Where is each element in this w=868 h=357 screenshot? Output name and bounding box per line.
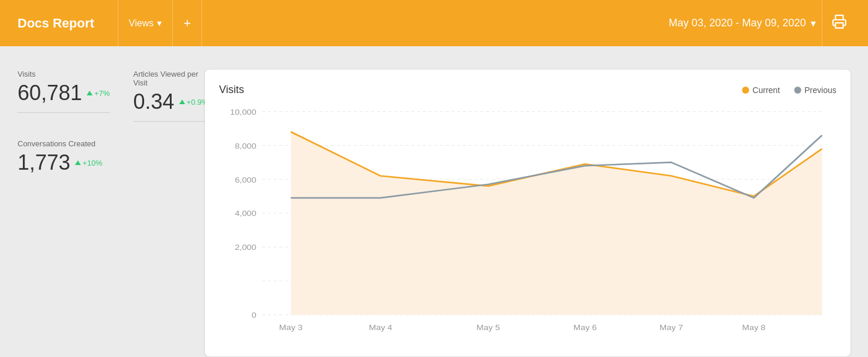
conversations-up-icon — [75, 160, 81, 165]
articles-label: Articles Viewed per Visit — [134, 70, 209, 87]
header: Docs Report Views ▾ + May 03, 2020 - May… — [0, 0, 868, 46]
stats-panel: Visits 60,781 +7% Articles Viewed per Vi… — [18, 70, 187, 175]
svg-text:May 3: May 3 — [279, 324, 303, 332]
legend-current: Current — [742, 85, 780, 95]
chart-legend: Current Previous — [742, 85, 836, 95]
add-button[interactable]: + — [172, 0, 202, 46]
articles-stat: Articles Viewed per Visit 0.34 +0.9% — [134, 70, 209, 133]
visits-divider — [18, 112, 110, 113]
svg-rect-0 — [836, 23, 843, 28]
svg-text:2,000: 2,000 — [235, 243, 257, 252]
printer-icon — [832, 14, 847, 32]
stats-row-2: Conversations Created 1,773 +10% — [18, 139, 187, 175]
svg-text:4,000: 4,000 — [235, 210, 257, 218]
svg-text:10,000: 10,000 — [230, 108, 257, 116]
svg-text:May 5: May 5 — [477, 324, 500, 332]
svg-text:May 6: May 6 — [573, 324, 597, 332]
conversations-change: +10% — [75, 159, 102, 167]
previous-dot — [794, 87, 801, 94]
visits-up-icon — [87, 91, 93, 95]
svg-text:8,000: 8,000 — [235, 142, 257, 150]
stats-row-1: Visits 60,781 +7% Articles Viewed per Vi… — [18, 70, 187, 133]
chart-card: Visits Current Previous — [205, 70, 850, 356]
svg-text:May 7: May 7 — [659, 324, 683, 332]
current-dot — [742, 87, 749, 94]
app-title: Docs Report — [12, 16, 112, 31]
views-chevron-icon: ▾ — [157, 18, 162, 29]
articles-value: 0.34 — [134, 90, 175, 114]
articles-change: +0.9% — [179, 98, 209, 107]
articles-value-row: 0.34 +0.9% — [134, 90, 209, 114]
conversations-value-row: 1,773 +10% — [18, 150, 187, 175]
svg-text:May 8: May 8 — [742, 324, 766, 332]
visits-value-row: 60,781 +7% — [18, 81, 110, 105]
visits-value: 60,781 — [18, 81, 82, 105]
conversations-label: Conversations Created — [18, 139, 187, 148]
date-range-selector[interactable]: May 03, 2020 - May 09, 2020 ▾ — [669, 17, 816, 30]
printer-button[interactable] — [822, 0, 856, 46]
views-label: Views — [129, 18, 153, 29]
conversations-stat: Conversations Created 1,773 +10% — [18, 139, 187, 175]
current-area-fill — [291, 132, 822, 315]
chart-header: Visits Current Previous — [219, 84, 836, 96]
articles-divider — [134, 121, 209, 122]
legend-previous: Previous — [794, 85, 836, 95]
conversations-value: 1,773 — [18, 150, 70, 175]
date-range-label: May 03, 2020 - May 09, 2020 — [669, 17, 806, 29]
svg-text:6,000: 6,000 — [235, 176, 257, 184]
visits-stat: Visits 60,781 +7% — [18, 70, 110, 133]
visits-label: Visits — [18, 70, 110, 78]
chart-area: 10,000 8,000 6,000 4,000 2,000 0 May 3 M… — [219, 105, 836, 339]
date-chevron-icon: ▾ — [811, 17, 816, 30]
chart-title: Visits — [219, 84, 244, 96]
visits-change: +7% — [87, 89, 110, 98]
articles-up-icon — [179, 99, 185, 104]
views-nav-item[interactable]: Views ▾ — [118, 0, 172, 46]
svg-text:0: 0 — [252, 311, 257, 320]
legend-current-label: Current — [753, 85, 780, 95]
svg-text:May 4: May 4 — [369, 324, 392, 332]
main-content: Visits 60,781 +7% Articles Viewed per Vi… — [0, 46, 868, 357]
legend-previous-label: Previous — [805, 85, 836, 95]
